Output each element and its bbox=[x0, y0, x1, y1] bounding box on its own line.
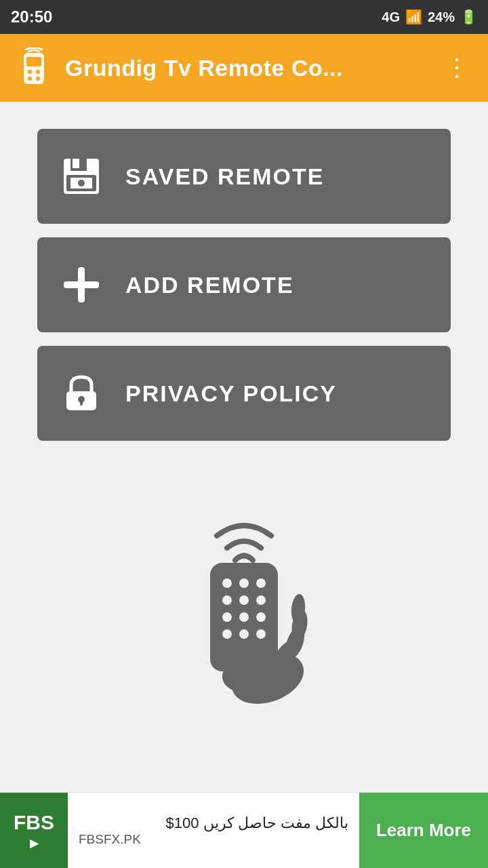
svg-point-20 bbox=[256, 578, 266, 588]
network-icon: 4G bbox=[382, 9, 400, 25]
svg-rect-1 bbox=[26, 57, 41, 66]
ad-logo-text: FBS bbox=[14, 811, 54, 834]
app-bar: Grundig Tv Remote Co... ⋮ bbox=[0, 34, 488, 102]
saved-remote-button[interactable]: SAVED REMOTE bbox=[37, 129, 451, 224]
svg-point-2 bbox=[28, 70, 32, 74]
svg-point-5 bbox=[36, 77, 40, 81]
ad-headline: بالکل مفت حاصل کریں 100$ bbox=[79, 814, 348, 832]
lock-icon bbox=[58, 370, 105, 417]
ad-cta-button[interactable]: Learn More bbox=[359, 793, 488, 869]
status-bar: 20:50 4G 📶 24% 🔋 bbox=[0, 0, 488, 34]
overflow-menu-icon[interactable]: ⋮ bbox=[439, 48, 474, 87]
privacy-policy-button[interactable]: PRIVACY POLICY bbox=[37, 346, 451, 441]
privacy-policy-label: PRIVACY POLICY bbox=[125, 380, 337, 407]
svg-point-24 bbox=[222, 612, 232, 622]
floppy-disk-icon bbox=[58, 153, 105, 200]
svg-point-22 bbox=[239, 595, 249, 605]
svg-point-27 bbox=[222, 629, 232, 639]
svg-point-3 bbox=[36, 70, 40, 74]
svg-point-4 bbox=[28, 77, 32, 81]
svg-rect-16 bbox=[80, 400, 83, 406]
add-remote-label: ADD REMOTE bbox=[125, 272, 294, 298]
saved-remote-label: SAVED REMOTE bbox=[125, 163, 325, 190]
svg-rect-8 bbox=[73, 159, 79, 168]
main-content: SAVED REMOTE ADD REMOTE PRIVACY POLICY bbox=[0, 102, 488, 719]
svg-point-25 bbox=[239, 612, 249, 622]
plus-icon bbox=[58, 261, 105, 309]
battery-text: 24% bbox=[428, 9, 455, 25]
svg-point-19 bbox=[239, 578, 249, 588]
app-logo bbox=[14, 47, 54, 88]
svg-point-21 bbox=[222, 595, 232, 605]
app-title: Grundig Tv Remote Co... bbox=[65, 55, 428, 81]
svg-point-23 bbox=[256, 595, 266, 605]
ad-url: FBSFX.PK bbox=[79, 832, 348, 847]
add-remote-button[interactable]: ADD REMOTE bbox=[37, 237, 451, 332]
signal-icon: 📶 bbox=[405, 9, 422, 25]
svg-point-29 bbox=[256, 629, 266, 639]
status-icons: 4G 📶 24% 🔋 bbox=[382, 9, 477, 25]
svg-rect-13 bbox=[64, 281, 99, 288]
ad-text-block: بالکل مفت حاصل کریں 100$ FBSFX.PK bbox=[68, 814, 359, 847]
ad-play-icon: ▶ bbox=[30, 837, 38, 850]
svg-point-18 bbox=[222, 578, 232, 588]
ad-logo: FBS ▶ bbox=[0, 793, 68, 869]
svg-point-11 bbox=[78, 180, 85, 186]
svg-point-26 bbox=[256, 612, 266, 622]
status-time: 20:50 bbox=[11, 7, 52, 26]
svg-point-28 bbox=[239, 629, 249, 639]
remote-illustration bbox=[149, 475, 339, 705]
battery-icon: 🔋 bbox=[460, 9, 477, 25]
ad-banner: FBS ▶ بالکل مفت حاصل کریں 100$ FBSFX.PK … bbox=[0, 792, 488, 868]
